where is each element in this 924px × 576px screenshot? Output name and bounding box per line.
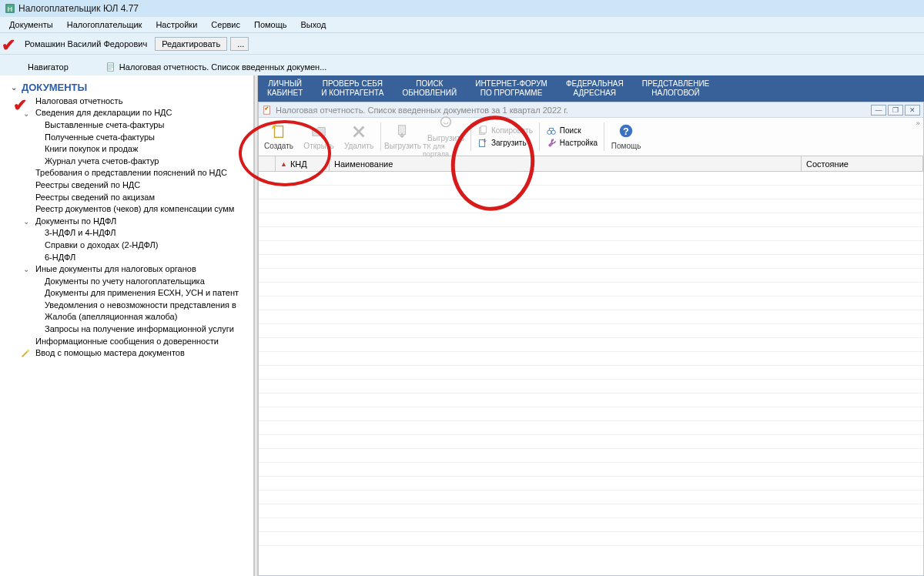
sort-asc-icon: ▲ [280, 160, 287, 168]
copy-button: Копировать [477, 126, 533, 136]
nav-purchase-sales-books[interactable]: Книги покупок и продаж [0, 142, 253, 155]
chevron-down-icon: ⌄ [23, 109, 29, 118]
subwindow-close-button[interactable]: ✕ [905, 105, 920, 116]
menu-exit[interactable]: Выход [295, 18, 333, 31]
app-icon: H [5, 3, 15, 14]
help-icon: ? [617, 123, 635, 140]
nav-6ndfl[interactable]: 6-НДФЛ [0, 251, 253, 263]
bluebar-personal-cabinet[interactable]: ЛИЧНЫЙКАБИНЕТ [258, 75, 312, 102]
tab-document-label: Налоговая отчетность. Список введенных д… [119, 62, 326, 72]
svg-point-7 [441, 117, 451, 127]
nav-taxpayer-account-docs[interactable]: Документы по учету налогоплательщика [0, 275, 253, 287]
nav-document-wizard[interactable]: Ввод с помощью мастера документов [0, 347, 253, 359]
export-icon [393, 123, 412, 140]
export-tk-icon [437, 116, 455, 132]
nav-2ndfl[interactable]: Справки о доходах (2-НДФЛ) [0, 239, 253, 251]
wand-icon [20, 348, 31, 359]
more-button[interactable]: ... [230, 37, 249, 51]
export-button: Выгрузить [383, 118, 423, 156]
grid-header: ▲КНД Наименование Состояние [259, 156, 923, 172]
svg-point-12 [551, 130, 555, 134]
svg-rect-9 [480, 126, 486, 132]
document-window-titlebar: Налоговая отчетность. Список введенных д… [259, 102, 923, 118]
search-button[interactable]: Поиск [546, 126, 598, 136]
new-document-icon [270, 123, 288, 140]
nav-ndfl-documents[interactable]: ⌄Документы по НДФЛ [0, 215, 253, 227]
nav-nds-registers[interactable]: Реестры сведений по НДС [0, 179, 253, 191]
document-window: Налоговая отчетность. Список введенных д… [258, 102, 924, 576]
tab-navigator[interactable]: Навигатор [20, 59, 76, 75]
grid-col-state[interactable]: Состояние [802, 156, 923, 171]
import-button[interactable]: Загрузить [477, 138, 533, 149]
svg-point-3 [27, 350, 30, 353]
nav-nds-declaration[interactable]: ⌄Сведения для декларации по НДС [0, 107, 253, 119]
open-folder-icon [310, 123, 328, 140]
nav-3ndfl-4ndfl[interactable]: 3-НДФЛ и 4-НДФЛ [0, 227, 253, 239]
nav-power-of-attorney-msgs[interactable]: Информационные сообщения о доверенности [0, 335, 253, 347]
edit-button[interactable]: Редактировать [155, 37, 227, 51]
user-check-icon: ✓ [3, 39, 17, 49]
nav-complaint[interactable]: Жалоба (апелляционная жалоба) [0, 311, 253, 323]
grid-col-name[interactable]: Наименование [330, 156, 802, 171]
nav-eshn-usn-patent[interactable]: Документы для применения ЕСХН, УСН и пат… [0, 287, 253, 300]
binoculars-icon [546, 126, 557, 136]
nav-excise-registers[interactable]: Реестры сведений по акцизам [0, 191, 253, 203]
svg-point-11 [547, 130, 551, 134]
grid-col-knd[interactable]: ▲КНД [276, 156, 330, 171]
nav-received-invoices[interactable]: Полученные счета-фактуры [0, 131, 253, 143]
nav-tax-reporting[interactable]: Налоговая отчетность [0, 95, 253, 107]
bluebar-check-contragent[interactable]: ПРОВЕРЬ СЕБЯИ КОНТРАГЕНТА [312, 75, 393, 102]
user-name: Ромашкин Василий Федорович [20, 39, 152, 49]
nav-issued-invoices[interactable]: Выставленные счета-фактуры [0, 119, 253, 131]
chevron-down-icon: ⌄ [23, 265, 29, 273]
chevron-down-icon: ⌄ [11, 83, 17, 92]
toolbar-expand-icon[interactable]: » [912, 118, 923, 156]
tab-row: Навигатор Налоговая отчетность. Список в… [0, 54, 924, 75]
nav-checks-compensation[interactable]: Реестр документов (чеков) для компенсаци… [0, 203, 253, 215]
grid-col-select[interactable] [259, 156, 276, 171]
nav-other-documents[interactable]: ⌄Иные документы для налоговых органов [0, 263, 253, 275]
bluebar-tax-presentation[interactable]: ПРЕДСТАВЛЕНИЕНАЛОГОВОЙ [633, 75, 719, 102]
navigator-tree: ⌄ ДОКУМЕНТЫ Налоговая отчетность ⌄Сведен… [0, 75, 254, 576]
bluebar-internet-forum[interactable]: ИНТЕРНЕТ-ФОРУМПО ПРОГРАММЕ [466, 75, 557, 102]
window-titlebar: H Налогоплательщик ЮЛ 4.77 [0, 0, 924, 17]
menu-help[interactable]: Помощь [248, 18, 293, 31]
menu-settings[interactable]: Настройки [149, 18, 203, 31]
nav-heading-documents[interactable]: ⌄ ДОКУМЕНТЫ [0, 80, 253, 95]
nav-info-service-requests[interactable]: Запросы на получение информационной услу… [0, 323, 253, 335]
bluebar-federal-address[interactable]: ФЕДЕРАЛЬНАЯАДРЕСНАЯ [557, 75, 633, 102]
copy-icon [477, 126, 488, 136]
settings-button[interactable]: Настройка [546, 138, 598, 149]
open-button: Открыть [299, 118, 339, 156]
export-tk-button: Выгрузить ТК для портала [423, 118, 469, 156]
nav-impossibility-notifications[interactable]: Уведомления о невозможности представлени… [0, 299, 253, 311]
bluebar-search-updates[interactable]: ПОИСКОБНОВЛЕНИЙ [393, 75, 466, 102]
delete-button: Удалить [339, 118, 379, 156]
wrench-icon [546, 138, 557, 149]
blue-link-bar: ЛИЧНЫЙКАБИНЕТ ПРОВЕРЬ СЕБЯИ КОНТРАГЕНТА … [258, 75, 924, 102]
nav-nds-explanations[interactable]: Требования о представлении пояснений по … [0, 167, 253, 179]
grid-body-empty [259, 172, 923, 575]
subwindow-minimize-button[interactable]: — [871, 105, 886, 116]
import-icon [477, 138, 488, 149]
delete-icon [350, 123, 368, 140]
subwindow-maximize-button[interactable]: ❐ [888, 105, 903, 116]
tab-document-list[interactable]: Налоговая отчетность. Список введенных д… [98, 59, 334, 75]
window-title: Налогоплательщик ЮЛ 4.77 [18, 3, 139, 14]
document-icon [262, 105, 273, 116]
menu-documents[interactable]: Документы [3, 18, 59, 31]
document-icon [105, 62, 116, 72]
user-bar: ✓ Ромашкин Василий Федорович Редактирова… [0, 32, 924, 54]
create-button[interactable]: Создать [259, 118, 299, 156]
nav-invoice-journal[interactable]: Журнал учета счетов-фактур [0, 155, 253, 167]
menu-taxpayer[interactable]: Налогоплательщик [61, 18, 149, 31]
menubar: Документы Налогоплательщик Настройки Сер… [0, 17, 924, 32]
svg-text:H: H [8, 5, 12, 13]
svg-text:?: ? [623, 126, 629, 137]
tab-navigator-label: Навигатор [28, 62, 69, 72]
chevron-down-icon: ⌄ [23, 217, 29, 226]
document-toolbar: Создать Открыть Удалить Выгрузить В [259, 118, 923, 156]
svg-rect-5 [275, 126, 283, 138]
help-button[interactable]: ? Помощь [606, 118, 646, 156]
menu-service[interactable]: Сервис [205, 18, 246, 31]
